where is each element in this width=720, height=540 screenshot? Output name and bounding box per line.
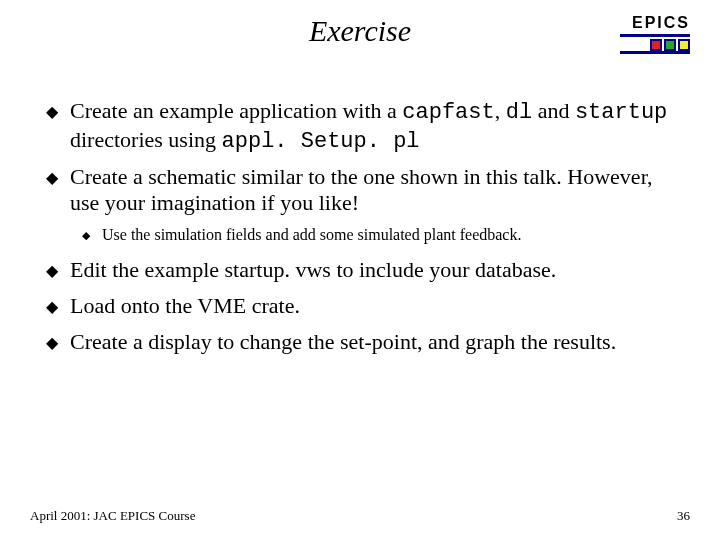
text-run: Create a display to change the set-point… — [70, 329, 616, 354]
text-run: Create a schematic similar to the one sh… — [70, 164, 653, 216]
slide-body: ◆Create an example application with a ca… — [46, 98, 680, 365]
diamond-bullet-icon: ◆ — [82, 225, 102, 245]
epics-logo-bars — [620, 34, 690, 56]
bullet-item: ◆Edit the example startup. vws to includ… — [46, 257, 680, 285]
epics-logo-squares — [650, 39, 690, 51]
slide-footer: April 2001: JAC EPICS Course 36 — [30, 508, 690, 524]
code-text: startup — [575, 100, 667, 125]
text-run: , — [495, 98, 506, 123]
bullet-item: ◆Create a display to change the set-poin… — [46, 329, 680, 357]
bullet-text: Load onto the VME crate. — [70, 293, 680, 321]
text-run: Use the simulation fields and add some s… — [102, 226, 521, 243]
text-run: Create an example application with a — [70, 98, 402, 123]
bullet-text: Create a display to change the set-point… — [70, 329, 680, 357]
bullet-item: ◆Create a schematic similar to the one s… — [46, 164, 680, 218]
footer-page-number: 36 — [677, 508, 690, 524]
text-run: Load onto the VME crate. — [70, 293, 300, 318]
text-run: Edit the example startup. vws to include… — [70, 257, 556, 282]
epics-logo: EPICS — [620, 14, 690, 56]
sub-bullet-group: ◆Use the simulation fields and add some … — [82, 225, 680, 245]
text-run: and — [532, 98, 575, 123]
epics-logo-text: EPICS — [620, 14, 690, 32]
diamond-bullet-icon: ◆ — [46, 257, 70, 285]
epics-logo-square-red — [650, 39, 662, 51]
epics-logo-square-green — [664, 39, 676, 51]
bullet-text: Create a schematic similar to the one sh… — [70, 164, 680, 218]
text-run: directories using — [70, 127, 222, 152]
code-text: appl. Setup. pl — [222, 129, 420, 154]
epics-logo-line — [620, 34, 690, 37]
slide-header: Exercise — [0, 14, 720, 64]
footer-left: April 2001: JAC EPICS Course — [30, 508, 195, 524]
diamond-bullet-icon: ◆ — [46, 164, 70, 218]
diamond-bullet-icon: ◆ — [46, 98, 70, 156]
diamond-bullet-icon: ◆ — [46, 329, 70, 357]
epics-logo-square-yellow — [678, 39, 690, 51]
slide-title: Exercise — [0, 14, 720, 48]
bullet-text: Edit the example startup. vws to include… — [70, 257, 680, 285]
bullet-item: ◆Load onto the VME crate. — [46, 293, 680, 321]
sub-bullet-item: ◆Use the simulation fields and add some … — [82, 225, 680, 245]
code-text: capfast — [402, 100, 494, 125]
bullet-item: ◆Create an example application with a ca… — [46, 98, 680, 156]
bullet-text: Use the simulation fields and add some s… — [102, 225, 680, 245]
slide: Exercise EPICS ◆Create an example applic… — [0, 0, 720, 540]
diamond-bullet-icon: ◆ — [46, 293, 70, 321]
epics-logo-line — [620, 51, 690, 54]
code-text: dl — [506, 100, 532, 125]
bullet-text: Create an example application with a cap… — [70, 98, 680, 156]
